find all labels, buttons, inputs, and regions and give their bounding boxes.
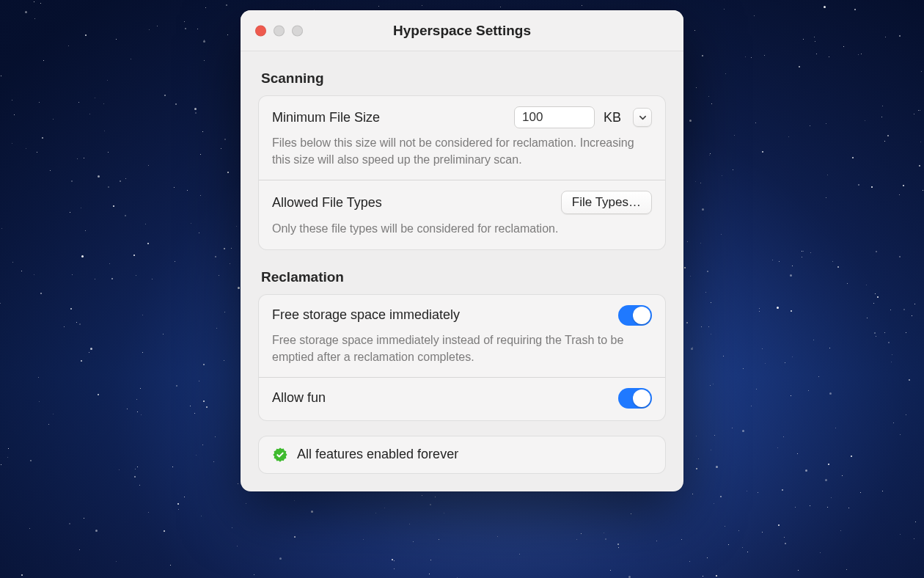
titlebar[interactable]: Hyperspace Settings bbox=[241, 10, 683, 51]
min-file-size-row: Minimum File Size KB Files below this si… bbox=[259, 96, 665, 180]
allowed-file-types-label: Allowed File Types bbox=[272, 195, 382, 211]
minimize-button[interactable] bbox=[274, 25, 285, 36]
min-file-size-unit: KB bbox=[604, 110, 624, 125]
free-immediately-label: Free storage space immediately bbox=[272, 307, 460, 323]
traffic-lights bbox=[255, 25, 303, 36]
reclamation-header: Reclamation bbox=[261, 269, 666, 285]
allowed-file-types-row: Allowed File Types File Types… Only thes… bbox=[259, 180, 665, 249]
verified-seal-icon bbox=[272, 447, 288, 463]
reclamation-group: Free storage space immediately Free stor… bbox=[258, 294, 666, 421]
free-immediately-description: Free storage space immediately instead o… bbox=[272, 332, 652, 365]
chevron-down-icon bbox=[639, 114, 647, 122]
license-status-row: All features enabled forever bbox=[258, 436, 666, 474]
allowed-file-types-description: Only these file types will be considered… bbox=[272, 220, 652, 237]
file-types-button[interactable]: File Types… bbox=[561, 191, 652, 214]
allow-fun-row: Allow fun bbox=[259, 377, 665, 420]
min-file-size-label: Minimum File Size bbox=[272, 110, 380, 125]
min-file-size-input[interactable] bbox=[514, 106, 595, 128]
scanning-header: Scanning bbox=[261, 70, 666, 87]
settings-window: Hyperspace Settings Scanning Minimum Fil… bbox=[241, 10, 683, 491]
window-content: Scanning Minimum File Size KB Fi bbox=[241, 51, 683, 491]
allow-fun-label: Allow fun bbox=[272, 390, 326, 406]
scanning-group: Minimum File Size KB Files below this si… bbox=[258, 95, 666, 250]
close-button[interactable] bbox=[255, 25, 266, 36]
free-immediately-toggle[interactable] bbox=[618, 305, 652, 326]
zoom-button[interactable] bbox=[292, 25, 303, 36]
allow-fun-toggle[interactable] bbox=[618, 388, 652, 409]
min-file-size-unit-popup[interactable] bbox=[633, 108, 652, 127]
min-file-size-description: Files below this size will not be consid… bbox=[272, 134, 652, 168]
window-title: Hyperspace Settings bbox=[393, 23, 531, 39]
free-immediately-row: Free storage space immediately Free stor… bbox=[259, 295, 665, 377]
license-status-text: All features enabled forever bbox=[297, 447, 458, 462]
